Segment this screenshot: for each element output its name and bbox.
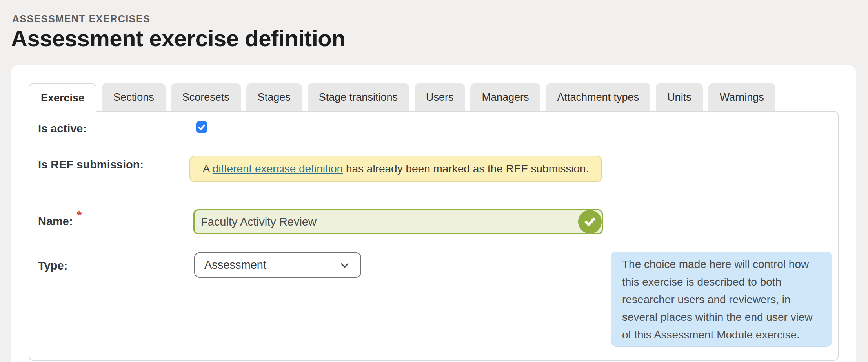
warning-text-suffix: has already been marked as the REF submi… xyxy=(343,163,589,175)
tab-bar: Exercise Sections Scoresets Stages Stage… xyxy=(29,83,775,112)
content-card: Exercise Sections Scoresets Stages Stage… xyxy=(11,65,856,362)
type-select[interactable]: Assessment xyxy=(194,252,361,278)
check-icon xyxy=(197,123,206,132)
chevron-down-icon xyxy=(338,259,351,272)
type-select-value: Assessment xyxy=(204,259,266,272)
tab-warnings[interactable]: Warnings xyxy=(708,83,775,111)
different-exercise-link[interactable]: different exercise definition xyxy=(213,163,343,175)
tab-exercise[interactable]: Exercise xyxy=(29,83,96,112)
tab-attachment-types[interactable]: Attachment types xyxy=(546,83,651,111)
warning-text-prefix: A xyxy=(203,163,213,175)
ref-submission-label: Is REF submission: xyxy=(38,158,144,171)
type-label: Type: xyxy=(38,259,67,272)
required-asterisk: * xyxy=(77,208,82,223)
exercise-tab-panel: Is active: Is REF submission: A differen… xyxy=(29,111,839,361)
tab-sections[interactable]: Sections xyxy=(102,83,166,111)
is-active-label: Is active: xyxy=(38,122,87,135)
tab-scoresets[interactable]: Scoresets xyxy=(171,83,241,111)
type-help-box: The choice made here will control how th… xyxy=(611,252,832,347)
name-label: Name:* xyxy=(38,214,82,228)
tab-units[interactable]: Units xyxy=(656,83,703,111)
name-input[interactable] xyxy=(193,209,603,234)
assessment-exercise-page: ASSESSMENT EXERCISES Assessment exercise… xyxy=(0,0,868,362)
breadcrumb: ASSESSMENT EXERCISES xyxy=(12,13,150,25)
is-active-checkbox[interactable] xyxy=(196,121,207,133)
tab-stages[interactable]: Stages xyxy=(246,83,302,111)
tab-users[interactable]: Users xyxy=(415,83,465,111)
ref-submission-warning: A different exercise definition has alre… xyxy=(189,156,602,182)
page-title: Assessment exercise definition xyxy=(11,25,345,51)
check-circle-icon xyxy=(578,210,602,233)
tab-stage-transitions[interactable]: Stage transitions xyxy=(308,83,409,111)
tab-managers[interactable]: Managers xyxy=(470,83,540,111)
